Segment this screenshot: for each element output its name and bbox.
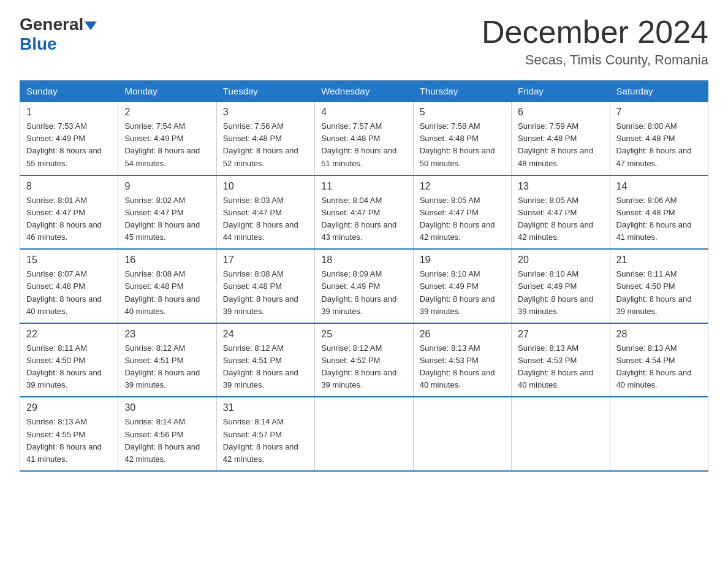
day-number: 1	[26, 107, 112, 118]
day-info: Sunrise: 8:01 AMSunset: 4:47 PMDaylight:…	[26, 194, 112, 244]
day-info: Sunrise: 8:13 AMSunset: 4:53 PMDaylight:…	[420, 342, 505, 392]
day-number: 19	[420, 255, 505, 266]
table-row: 21Sunrise: 8:11 AMSunset: 4:50 PMDayligh…	[610, 249, 708, 323]
day-number: 7	[616, 107, 702, 118]
day-number: 15	[26, 255, 112, 266]
calendar-week-row: 15Sunrise: 8:07 AMSunset: 4:48 PMDayligh…	[20, 249, 708, 323]
table-row: 19Sunrise: 8:10 AMSunset: 4:49 PMDayligh…	[413, 249, 511, 323]
day-info: Sunrise: 8:11 AMSunset: 4:50 PMDaylight:…	[26, 342, 112, 392]
title-area: December 2024 Secas, Timis County, Roman…	[482, 15, 708, 68]
day-number: 2	[124, 107, 210, 118]
day-number: 25	[321, 329, 406, 340]
logo-general-text: General	[20, 15, 83, 34]
table-row: 10Sunrise: 8:03 AMSunset: 4:47 PMDayligh…	[216, 175, 314, 250]
table-row: 13Sunrise: 8:05 AMSunset: 4:47 PMDayligh…	[512, 175, 610, 250]
day-info: Sunrise: 7:57 AMSunset: 4:48 PMDaylight:…	[321, 120, 406, 170]
logo-blue-text: Blue	[20, 34, 57, 53]
table-row: 24Sunrise: 8:12 AMSunset: 4:51 PMDayligh…	[216, 323, 314, 397]
location-subtitle: Secas, Timis County, Romania	[482, 52, 708, 68]
table-row: 6Sunrise: 7:59 AMSunset: 4:48 PMDaylight…	[512, 102, 610, 175]
day-info: Sunrise: 8:08 AMSunset: 4:48 PMDaylight:…	[124, 268, 210, 318]
table-row: 7Sunrise: 8:00 AMSunset: 4:48 PMDaylight…	[610, 102, 708, 175]
day-number: 24	[223, 329, 308, 340]
day-number: 16	[124, 255, 210, 266]
day-number: 8	[26, 181, 112, 192]
day-number: 17	[223, 255, 308, 266]
day-info: Sunrise: 8:09 AMSunset: 4:49 PMDaylight:…	[321, 268, 406, 318]
day-number: 6	[518, 107, 603, 118]
col-tuesday: Tuesday	[216, 81, 314, 102]
table-row: 15Sunrise: 8:07 AMSunset: 4:48 PMDayligh…	[20, 249, 118, 323]
day-info: Sunrise: 8:12 AMSunset: 4:51 PMDaylight:…	[124, 342, 210, 392]
day-info: Sunrise: 8:14 AMSunset: 4:57 PMDaylight:…	[223, 416, 308, 465]
table-row: 3Sunrise: 7:56 AMSunset: 4:48 PMDaylight…	[216, 102, 314, 175]
logo: General Blue	[20, 15, 97, 54]
logo-triangle-icon	[85, 21, 97, 30]
table-row: 18Sunrise: 8:09 AMSunset: 4:49 PMDayligh…	[315, 249, 413, 323]
table-row: 1Sunrise: 7:53 AMSunset: 4:49 PMDaylight…	[20, 102, 118, 175]
day-info: Sunrise: 8:00 AMSunset: 4:48 PMDaylight:…	[616, 120, 702, 170]
calendar-week-row: 22Sunrise: 8:11 AMSunset: 4:50 PMDayligh…	[20, 323, 708, 397]
day-info: Sunrise: 7:53 AMSunset: 4:49 PMDaylight:…	[26, 120, 112, 170]
day-number: 3	[223, 107, 308, 118]
col-sunday: Sunday	[20, 81, 118, 102]
day-info: Sunrise: 8:10 AMSunset: 4:49 PMDaylight:…	[518, 268, 603, 318]
table-row: 5Sunrise: 7:58 AMSunset: 4:48 PMDaylight…	[413, 102, 511, 175]
day-info: Sunrise: 7:59 AMSunset: 4:48 PMDaylight:…	[518, 120, 603, 170]
day-info: Sunrise: 8:14 AMSunset: 4:56 PMDaylight:…	[124, 416, 210, 465]
table-row: 14Sunrise: 8:06 AMSunset: 4:48 PMDayligh…	[610, 175, 708, 250]
day-number: 18	[321, 255, 406, 266]
day-number: 20	[518, 255, 603, 266]
day-number: 29	[26, 402, 112, 413]
day-number: 5	[420, 107, 505, 118]
calendar-week-row: 1Sunrise: 7:53 AMSunset: 4:49 PMDaylight…	[20, 102, 708, 175]
table-row: 26Sunrise: 8:13 AMSunset: 4:53 PMDayligh…	[413, 323, 511, 397]
day-info: Sunrise: 8:13 AMSunset: 4:53 PMDaylight:…	[518, 342, 603, 392]
day-number: 21	[616, 255, 702, 266]
day-number: 27	[518, 329, 603, 340]
day-number: 23	[124, 329, 210, 340]
table-row: 23Sunrise: 8:12 AMSunset: 4:51 PMDayligh…	[118, 323, 216, 397]
table-row	[512, 397, 610, 471]
table-row: 17Sunrise: 8:08 AMSunset: 4:48 PMDayligh…	[216, 249, 314, 323]
day-info: Sunrise: 8:04 AMSunset: 4:47 PMDaylight:…	[321, 194, 406, 244]
table-row: 4Sunrise: 7:57 AMSunset: 4:48 PMDaylight…	[315, 102, 413, 175]
calendar-table: Sunday Monday Tuesday Wednesday Thursday…	[20, 80, 708, 472]
day-number: 4	[321, 107, 406, 118]
table-row: 30Sunrise: 8:14 AMSunset: 4:56 PMDayligh…	[118, 397, 216, 471]
table-row: 29Sunrise: 8:13 AMSunset: 4:55 PMDayligh…	[20, 397, 118, 471]
table-row: 25Sunrise: 8:12 AMSunset: 4:52 PMDayligh…	[315, 323, 413, 397]
table-row: 31Sunrise: 8:14 AMSunset: 4:57 PMDayligh…	[216, 397, 314, 471]
day-number: 26	[420, 329, 505, 340]
day-info: Sunrise: 8:05 AMSunset: 4:47 PMDaylight:…	[518, 194, 603, 244]
day-info: Sunrise: 8:03 AMSunset: 4:47 PMDaylight:…	[223, 194, 308, 244]
calendar-week-row: 8Sunrise: 8:01 AMSunset: 4:47 PMDaylight…	[20, 175, 708, 250]
day-number: 9	[124, 181, 210, 192]
table-row: 9Sunrise: 8:02 AMSunset: 4:47 PMDaylight…	[118, 175, 216, 250]
day-info: Sunrise: 8:08 AMSunset: 4:48 PMDaylight:…	[223, 268, 308, 318]
day-info: Sunrise: 7:54 AMSunset: 4:49 PMDaylight:…	[124, 120, 210, 170]
calendar-week-row: 29Sunrise: 8:13 AMSunset: 4:55 PMDayligh…	[20, 397, 708, 471]
day-number: 28	[616, 329, 702, 340]
col-saturday: Saturday	[610, 81, 708, 102]
day-info: Sunrise: 8:10 AMSunset: 4:49 PMDaylight:…	[420, 268, 505, 318]
col-thursday: Thursday	[413, 81, 511, 102]
table-row	[610, 397, 708, 471]
day-info: Sunrise: 8:13 AMSunset: 4:54 PMDaylight:…	[616, 342, 702, 392]
day-number: 11	[321, 181, 406, 192]
col-wednesday: Wednesday	[315, 81, 413, 102]
day-number: 12	[420, 181, 505, 192]
day-number: 10	[223, 181, 308, 192]
day-info: Sunrise: 8:11 AMSunset: 4:50 PMDaylight:…	[616, 268, 702, 318]
day-number: 22	[26, 329, 112, 340]
day-number: 31	[223, 402, 308, 413]
day-info: Sunrise: 8:02 AMSunset: 4:47 PMDaylight:…	[124, 194, 210, 244]
day-info: Sunrise: 8:06 AMSunset: 4:48 PMDaylight:…	[616, 194, 702, 244]
day-number: 14	[616, 181, 702, 192]
day-info: Sunrise: 8:12 AMSunset: 4:51 PMDaylight:…	[223, 342, 308, 392]
calendar-header-row: Sunday Monday Tuesday Wednesday Thursday…	[20, 81, 708, 102]
day-info: Sunrise: 7:58 AMSunset: 4:48 PMDaylight:…	[420, 120, 505, 170]
day-info: Sunrise: 8:05 AMSunset: 4:47 PMDaylight:…	[420, 194, 505, 244]
col-friday: Friday	[512, 81, 610, 102]
day-info: Sunrise: 8:07 AMSunset: 4:48 PMDaylight:…	[26, 268, 112, 318]
